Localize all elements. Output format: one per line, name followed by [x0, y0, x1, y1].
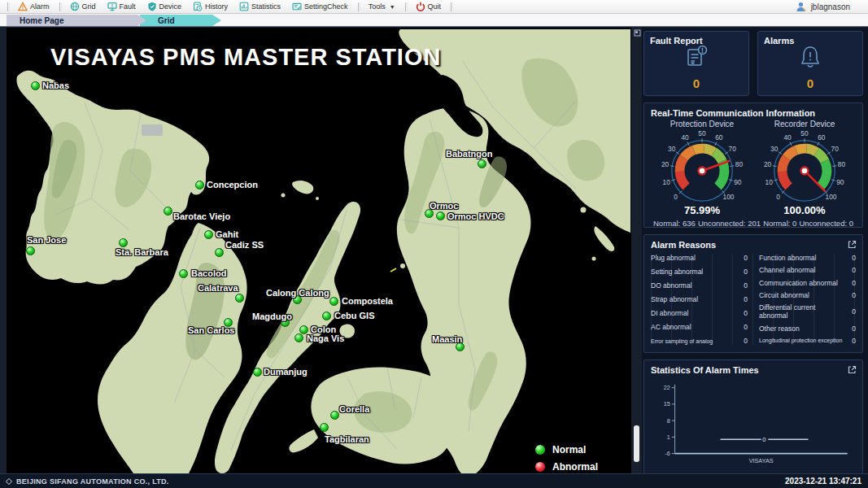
station-label-nabas: Nabas [42, 81, 69, 90]
svg-text:100: 100 [826, 193, 837, 201]
station-marker-nabas[interactable] [31, 81, 40, 90]
station-marker-dumanjug[interactable] [253, 368, 262, 377]
svg-text:VISAYAS: VISAYAS [749, 457, 774, 464]
main-content: VISAYAS PMS MASTER STATION NabasSan Jose… [0, 28, 868, 473]
svg-text:20: 20 [764, 160, 772, 168]
svg-text:70: 70 [831, 145, 840, 153]
statistics-chart-icon [239, 2, 249, 11]
svg-text:0: 0 [762, 436, 765, 443]
alarm-reason-value: 0 [846, 325, 856, 333]
toolbar-item-device[interactable]: Device [142, 1, 188, 13]
toolbar-item-settingcheck[interactable]: SettingCheck [286, 1, 354, 13]
station-label-calong-calong: Calong Calong [266, 288, 329, 298]
normal-dot-icon [535, 445, 545, 455]
alarm-reason-label: Other reason [759, 325, 800, 333]
station-marker-naga-vis[interactable] [294, 333, 303, 342]
alarm-reason-label: Communication abnormal [759, 279, 838, 287]
station-marker-corella[interactable] [330, 411, 339, 420]
alarm-reason-label: Error sampling of analog [651, 338, 713, 344]
legend-item-abnormal: Abnormal [535, 461, 598, 473]
globe-icon [70, 2, 80, 11]
alarm-reason-row: DI abnormal0 [651, 309, 748, 317]
alarm-reason-value: 0 [846, 254, 856, 262]
expand-icon[interactable] [848, 365, 857, 374]
alarm-reason-row: Channel abnormal0 [759, 266, 856, 274]
shield-icon [147, 2, 157, 11]
toolbar-label: Quit [428, 2, 442, 11]
station-label-sta-barbara: Sta. Barbara [116, 247, 168, 257]
alarms-card[interactable]: Alarms 0 [757, 31, 863, 96]
station-marker-cadiz-ss[interactable] [215, 248, 224, 257]
toolbar-item-grid[interactable]: Grid [64, 1, 102, 13]
alarm-reason-row: Circuit abnormal0 [759, 291, 856, 299]
tab-home-page[interactable]: Home Page [7, 15, 146, 26]
alarm-reason-value: 0 [738, 295, 748, 303]
svg-text:50: 50 [800, 129, 809, 137]
svg-text:60: 60 [715, 133, 723, 142]
fault-report-card[interactable]: Fault Report 0 [643, 31, 749, 96]
settingcheck-envelope-icon [292, 2, 302, 11]
islet [400, 264, 405, 268]
alarm-reason-value: 0 [738, 337, 748, 345]
svg-text:15: 15 [664, 400, 670, 407]
station-label-cebu-gis: Cebu GIS [334, 311, 375, 320]
station-label-san-carlos: San Carlos [188, 325, 234, 335]
islet [281, 194, 286, 198]
station-marker-bacolod[interactable] [179, 269, 188, 278]
right-panel: Fault Report 0 [642, 28, 868, 473]
svg-text:0: 0 [776, 193, 780, 201]
alarm-reason-value: 0 [846, 337, 856, 345]
alarm-reason-label: AC abnormal [651, 323, 691, 331]
alarm-reason-label: Setting abnormal [651, 268, 703, 276]
station-marker-gahit[interactable] [204, 230, 213, 239]
station-marker-cebu-gis[interactable] [322, 312, 331, 320]
toolbar-item-statistics[interactable]: Statistics [233, 1, 286, 13]
toolbar-label: Alarm [30, 2, 50, 11]
toolbar-item-fault[interactable]: Fault [102, 1, 142, 13]
alarm-reason-row: Strap abnormal0 [651, 295, 748, 303]
user-menu[interactable]: jblagnason [796, 2, 865, 12]
scrollbar-thumb[interactable] [634, 425, 639, 462]
svg-text:60: 60 [818, 133, 826, 142]
station-label-cadiz-ss: Cadiz SS [225, 240, 264, 250]
station-marker-babatngon[interactable] [478, 159, 486, 168]
alarm-reasons-panel: Alarm Reasons Plug abnormal0Setting abno… [643, 234, 863, 353]
diamond-icon [6, 477, 12, 484]
user-icon [796, 2, 807, 12]
station-marker-concepcion[interactable] [195, 181, 204, 190]
station-marker-ormoc-hvdc[interactable] [436, 211, 445, 220]
svg-text:30: 30 [668, 145, 676, 153]
alarm-triangle-icon [18, 2, 28, 11]
islet [592, 257, 596, 261]
toolbar-item-alarm[interactable]: Alarm [12, 1, 55, 13]
station-marker-calatrava[interactable] [235, 294, 244, 303]
toolbar-item-tools[interactable]: Tools ▼ [363, 1, 401, 13]
alarm-reason-row: Longitudinal protection exception0 [759, 337, 856, 345]
toolbar-item-history[interactable]: History [187, 1, 233, 13]
island-panglao [289, 429, 318, 452]
svg-text:70: 70 [729, 145, 737, 153]
panel-collapse-icon[interactable] [634, 29, 641, 37]
station-marker-san-jose[interactable] [26, 246, 35, 255]
islands-layer [7, 28, 631, 473]
connection-stats-row: Normal: 636Unconnected: 201Normal: 0Unco… [651, 219, 856, 228]
station-marker-tagbilaran[interactable] [320, 423, 329, 432]
toolbar-item-quit[interactable]: Quit [410, 1, 447, 13]
svg-text:8: 8 [667, 417, 670, 425]
station-label-concepcion: Concepcion [207, 180, 258, 190]
alarm-times-chart: 221581-60VISAYAS [651, 380, 856, 468]
island-panay [16, 71, 209, 285]
station-marker-sta-barbara[interactable] [119, 238, 128, 247]
fault-report-icon [684, 43, 709, 69]
station-label-maasin: Maasin [432, 334, 462, 344]
visayas-map[interactable]: VISAYAS PMS MASTER STATION NabasSan Jose… [7, 28, 631, 473]
alarm-reason-label: DI abnormal [651, 309, 688, 317]
expand-icon[interactable] [848, 240, 857, 249]
tab-grid[interactable]: Grid [140, 15, 221, 26]
station-marker-barotac-viejo[interactable] [164, 207, 172, 216]
alarm-reason-value: 0 [738, 281, 748, 290]
clock-timestamp: 2023-12-21 13:47:21 [785, 477, 861, 486]
station-marker-compostela[interactable] [329, 297, 338, 306]
alarm-reason-label: Longitudinal protection exception [759, 338, 842, 343]
company-name: BEIJING SIFANG AUTOMATION CO., LTD. [16, 477, 169, 486]
